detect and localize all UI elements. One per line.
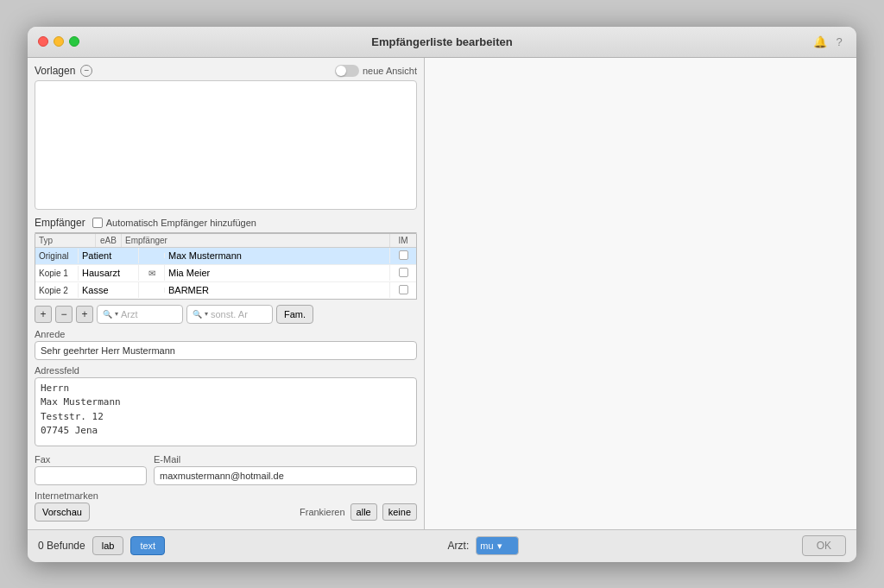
add-row-button[interactable]: + [35, 306, 52, 323]
vorschau-button[interactable]: Vorschau [35, 503, 90, 522]
row2-im[interactable] [390, 265, 416, 281]
help-icon[interactable]: ? [832, 35, 846, 48]
row3-empf: BARMER [165, 282, 390, 298]
row3-im-checkbox[interactable] [399, 285, 408, 294]
row3-eab [139, 288, 165, 293]
row3-im[interactable] [390, 282, 416, 299]
sonst-search[interactable]: 🔍 ▾ sonst. Ar [186, 305, 273, 324]
arzt-select[interactable]: mu ▾ [476, 536, 519, 555]
toolbar-row: + − + 🔍 ▾ Arzt 🔍 ▾ sonst. Ar Fam. [35, 305, 417, 324]
minimize-button[interactable] [54, 36, 64, 47]
row1-im[interactable] [390, 248, 416, 264]
titlebar: Empfängerliste bearbeiten 🔔 ? [28, 27, 856, 58]
fax-email-row: Fax E-Mail [35, 454, 417, 485]
arzt-search[interactable]: 🔍 ▾ Arzt [97, 305, 183, 324]
arzt-value: mu [480, 541, 493, 551]
row1-type: Patient [79, 248, 139, 263]
adressfeld-section: Adressfeld [35, 365, 417, 449]
notification-icon[interactable]: 🔔 [813, 35, 827, 48]
row2-im-checkbox[interactable] [399, 268, 408, 277]
adressfeld-label: Adressfeld [35, 365, 417, 376]
anrede-section: Anrede [35, 329, 417, 360]
neue-ansicht-toggle[interactable] [335, 65, 359, 77]
fax-label: Fax [35, 454, 147, 465]
lab-button[interactable]: lab [92, 536, 124, 555]
email-input[interactable] [154, 466, 417, 485]
internetmarken-section: Internetmarken Vorschau Frankieren alle … [35, 490, 417, 522]
row1-eab [139, 253, 165, 258]
traffic-lights [38, 36, 79, 47]
remove-row-button[interactable]: − [55, 306, 73, 323]
email-section: E-Mail [154, 454, 417, 485]
frankieren-label: Frankieren [300, 507, 345, 517]
row2-type: Hausarzt [79, 265, 139, 281]
vorlagen-label: Vorlagen [35, 65, 75, 77]
close-button[interactable] [38, 36, 48, 47]
anrede-input[interactable] [35, 341, 417, 360]
table-row[interactable]: Kopie 1 Hausarzt ✉ Mia Meier [35, 265, 416, 282]
fax-input[interactable] [35, 466, 147, 485]
row2-label: Kopie 1 [35, 266, 79, 281]
neue-ansicht-label: neue Ansicht [363, 66, 417, 76]
fax-section: Fax [35, 454, 147, 485]
th-im: IM [390, 234, 416, 247]
auto-empfaenger-checkbox[interactable] [92, 218, 103, 228]
search-icon: 🔍 [103, 310, 112, 319]
vorlagen-row: Vorlagen − neue Ansicht [35, 65, 417, 77]
auto-empfaenger-checkbox-row[interactable]: Automatisch Empfänger hinzufügen [92, 218, 256, 228]
anrede-label: Anrede [35, 329, 417, 339]
befunde-label: 0 Befunde [38, 540, 85, 552]
empfaenger-label: Empfänger [35, 217, 85, 229]
th-typ: Typ [35, 234, 96, 247]
row1-im-checkbox[interactable] [399, 250, 408, 260]
text-button[interactable]: text [130, 536, 165, 555]
row1-empf: Max Mustermann [165, 248, 390, 263]
email-icon: ✉ [148, 269, 155, 278]
internetmarken-row: Vorschau Frankieren alle keine [35, 503, 417, 522]
table-header-row: Typ eAB Empfänger IM [35, 234, 416, 248]
row2-empf: Mia Meier [165, 265, 390, 281]
th-empfaenger: Empfänger [122, 234, 390, 247]
row2-eab: ✉ [139, 265, 165, 281]
dropdown-arrow: ▾ [115, 310, 118, 318]
alle-button[interactable]: alle [350, 503, 377, 521]
titlebar-icons: 🔔 ? [813, 35, 846, 48]
empfaenger-header: Empfänger Automatisch Empfänger hinzufüg… [35, 217, 417, 229]
adressfeld-textarea[interactable] [35, 377, 417, 446]
auto-empfaenger-label: Automatisch Empfänger hinzufügen [106, 218, 256, 228]
th-eab: eAB [96, 234, 122, 247]
main-window: Empfängerliste bearbeiten 🔔 ? Vorlagen −… [28, 27, 856, 562]
sonst-search-placeholder: sonst. Ar [211, 309, 248, 319]
vorlagen-box [35, 80, 417, 210]
keine-button[interactable]: keine [382, 503, 417, 521]
search-icon: 🔍 [193, 310, 202, 319]
neue-ansicht-row: neue Ansicht [335, 65, 417, 77]
main-content: Vorlagen − neue Ansicht Empfänger Automa… [28, 58, 856, 529]
recipients-table: Typ eAB Empfänger IM Original Patient Ma… [35, 234, 417, 300]
toggle-thumb [336, 66, 346, 76]
maximize-button[interactable] [69, 36, 79, 47]
row3-label: Kopie 2 [35, 283, 79, 298]
arzt-search-placeholder: Arzt [121, 309, 138, 319]
arzt-dropdown-icon: ▾ [497, 541, 502, 552]
add2-button[interactable]: + [76, 306, 93, 323]
internetmarken-label: Internetmarken [35, 490, 417, 501]
ok-button[interactable]: OK [802, 535, 846, 556]
right-panel [425, 58, 856, 529]
window-title: Empfängerliste bearbeiten [371, 35, 512, 48]
bottom-bar: 0 Befunde lab text Arzt: mu ▾ OK [28, 529, 856, 562]
row3-type: Kasse [79, 282, 139, 298]
table-row[interactable]: Original Patient Max Mustermann [35, 248, 416, 265]
left-panel: Vorlagen − neue Ansicht Empfänger Automa… [28, 58, 425, 529]
fam-button[interactable]: Fam. [276, 305, 313, 324]
vorlagen-minus-button[interactable]: − [80, 65, 92, 77]
dropdown-arrow: ▾ [205, 310, 208, 318]
email-label: E-Mail [154, 454, 417, 465]
arzt-label: Arzt: [448, 540, 470, 552]
row1-label: Original [35, 249, 79, 263]
table-row[interactable]: Kopie 2 Kasse BARMER [35, 282, 416, 299]
